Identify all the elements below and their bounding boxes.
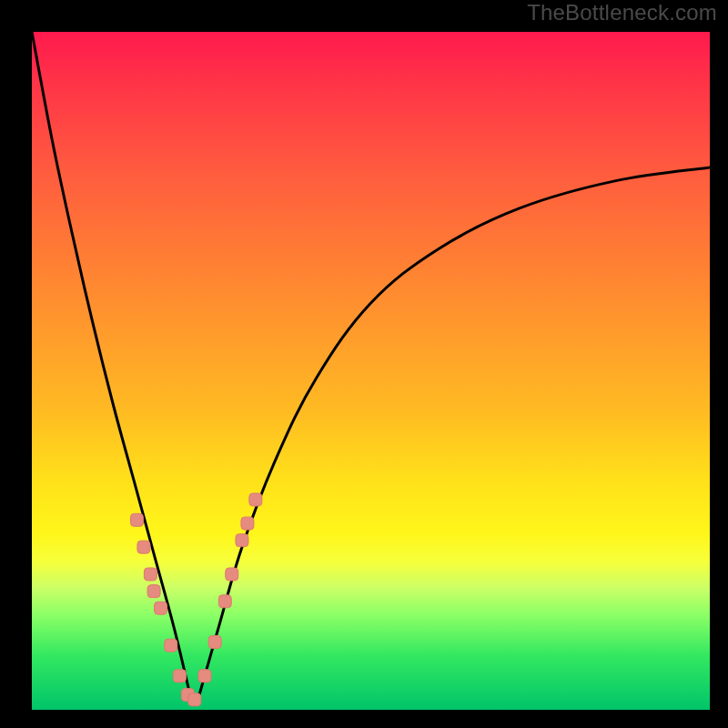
datapoint-marker xyxy=(155,602,167,614)
datapoint-markers xyxy=(130,493,261,706)
curve-overlay xyxy=(32,32,710,710)
datapoint-marker xyxy=(144,568,157,581)
datapoint-marker xyxy=(188,693,201,706)
bottleneck-curve-left xyxy=(32,32,191,700)
datapoint-marker xyxy=(173,670,186,682)
watermark-text: TheBottleneck.com xyxy=(527,0,717,25)
datapoint-marker xyxy=(226,568,238,581)
datapoint-marker xyxy=(147,585,160,598)
datapoint-marker xyxy=(198,670,211,682)
datapoint-marker xyxy=(241,517,254,530)
datapoint-marker xyxy=(249,493,262,506)
datapoint-marker xyxy=(218,595,231,608)
datapoint-marker xyxy=(165,639,177,652)
chart-root: TheBottleneck.com xyxy=(0,0,728,728)
datapoint-marker xyxy=(236,534,248,547)
datapoint-marker xyxy=(130,513,143,526)
bottleneck-curve-right xyxy=(198,167,710,700)
datapoint-marker xyxy=(137,541,150,553)
datapoint-marker xyxy=(208,636,221,649)
